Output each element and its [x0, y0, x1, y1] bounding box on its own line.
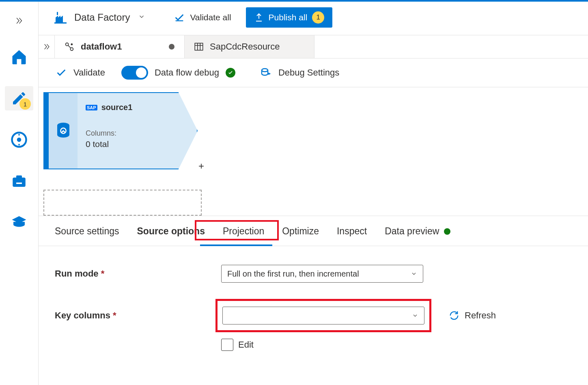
- add-source-placeholder[interactable]: [43, 190, 202, 216]
- active-tab-indicator: [200, 244, 272, 246]
- publish-all-label: Publish all: [269, 13, 308, 22]
- validate-all-icon: [174, 12, 185, 23]
- svg-point-9: [262, 69, 268, 72]
- key-columns-row: Key columns * Refresh: [55, 299, 572, 332]
- author-badge: 1: [19, 98, 31, 110]
- tab-inspect[interactable]: Inspect: [337, 226, 367, 246]
- svg-point-1: [17, 138, 22, 142]
- dataset-icon: [194, 41, 204, 52]
- debug-toggle[interactable]: [121, 66, 148, 80]
- sidebar-manage[interactable]: [5, 169, 33, 193]
- tab-expand-icon[interactable]: [39, 35, 55, 58]
- toggle-knob: [136, 67, 146, 78]
- validate-button[interactable]: Validate: [56, 67, 105, 78]
- tab-optimize[interactable]: Optimize: [282, 226, 319, 246]
- svg-rect-2: [13, 177, 26, 187]
- run-mode-value: Full on the first run, then incremental: [227, 269, 359, 279]
- key-columns-label: Key columns *: [55, 310, 221, 321]
- dataflow-icon: [64, 41, 75, 52]
- tab-projection[interactable]: Projection: [223, 226, 264, 246]
- edit-checkbox[interactable]: [221, 339, 233, 351]
- brand-dropdown-icon[interactable]: [136, 11, 147, 24]
- sidebar-home[interactable]: [5, 45, 33, 69]
- columns-count: 0 total: [86, 139, 189, 149]
- sidebar-author[interactable]: 1: [5, 86, 33, 110]
- source-icon-panel: [48, 92, 78, 169]
- debug-settings-label: Debug Settings: [278, 67, 339, 78]
- publish-badge: 1: [312, 11, 324, 24]
- validate-label: Validate: [73, 67, 105, 78]
- source-node[interactable]: SAP source1 Columns: 0 total +: [43, 92, 198, 169]
- publish-icon: [254, 13, 264, 22]
- tab-data-preview[interactable]: Data preview: [385, 226, 450, 246]
- refresh-label: Refresh: [465, 310, 496, 321]
- brand-label: Data Factory: [74, 12, 130, 23]
- run-mode-select[interactable]: Full on the first run, then incremental: [221, 265, 423, 283]
- tab-source-settings[interactable]: Source settings: [55, 226, 119, 246]
- add-transformation-icon[interactable]: +: [198, 160, 204, 172]
- refresh-icon: [448, 310, 460, 321]
- tab-dataflow1[interactable]: dataflow1: [55, 35, 185, 58]
- debug-status-icon: [226, 68, 235, 78]
- sidebar-monitor[interactable]: [5, 128, 33, 152]
- svg-point-7: [71, 43, 73, 45]
- svg-rect-4: [16, 183, 22, 184]
- source-options-form: Run mode * Full on the first run, then i…: [39, 246, 588, 370]
- left-sidebar: 1: [0, 0, 39, 385]
- document-tabs: dataflow1 SapCdcResource: [39, 35, 588, 58]
- edit-label: Edit: [238, 340, 254, 350]
- database-icon: [55, 121, 71, 141]
- svg-rect-3: [16, 175, 22, 178]
- source-stripe: [43, 92, 48, 169]
- validate-all-label: Validate all: [190, 13, 231, 22]
- debug-settings-icon: [260, 67, 272, 79]
- tab-source-options[interactable]: Source options: [137, 226, 205, 246]
- unsaved-indicator-icon: [169, 44, 174, 50]
- tab-data-preview-label: Data preview: [385, 226, 439, 237]
- highlight-key-columns: [215, 299, 431, 332]
- debug-toggle-label: Data flow debug: [155, 67, 219, 78]
- source-body: SAP source1 Columns: 0 total: [78, 92, 198, 169]
- run-mode-row: Run mode * Full on the first run, then i…: [55, 265, 572, 283]
- config-tabs: Source settings Source options Projectio…: [39, 216, 588, 246]
- dataflow-canvas[interactable]: SAP source1 Columns: 0 total +: [39, 87, 588, 216]
- top-toolbar: Data Factory Validate all Publish all 1: [39, 0, 588, 35]
- tab-resource-label: SapCdcResource: [210, 41, 280, 52]
- factory-icon: [53, 10, 68, 25]
- sap-badge-icon: SAP: [86, 105, 97, 110]
- source-name: source1: [101, 103, 133, 112]
- run-mode-label: Run mode *: [55, 268, 221, 279]
- columns-label: Columns:: [86, 129, 189, 138]
- chevron-down-icon: [412, 312, 418, 319]
- brand-section: Data Factory: [53, 10, 147, 25]
- top-accent-bar: [0, 0, 588, 2]
- key-columns-select[interactable]: [222, 307, 424, 324]
- publish-all-button[interactable]: Publish all 1: [246, 7, 333, 28]
- sidebar-learn[interactable]: [5, 210, 33, 235]
- tab-sapcdcresource[interactable]: SapCdcResource: [185, 35, 314, 58]
- dataflow-action-bar: Validate Data flow debug Debug Settings: [39, 58, 588, 87]
- refresh-button[interactable]: Refresh: [448, 310, 496, 321]
- debug-settings-button[interactable]: Debug Settings: [260, 67, 339, 79]
- expand-sidebar-icon[interactable]: [15, 16, 24, 28]
- svg-rect-8: [195, 43, 203, 50]
- edit-row: Edit: [221, 339, 572, 351]
- checkmark-icon: [56, 67, 67, 78]
- validate-all-button[interactable]: Validate all: [174, 12, 231, 23]
- debug-toggle-group: Data flow debug: [121, 66, 235, 80]
- data-preview-status-icon: [444, 228, 450, 235]
- chevron-down-icon: [411, 270, 417, 277]
- tab-dataflow1-label: dataflow1: [81, 41, 122, 52]
